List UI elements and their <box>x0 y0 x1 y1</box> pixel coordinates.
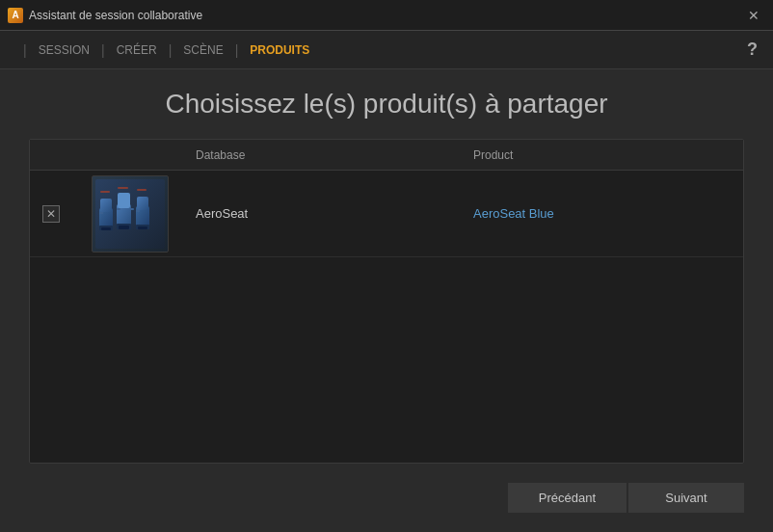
app-icon: A <box>8 8 23 23</box>
title-bar-text: Assistant de session collaborative <box>29 9 202 22</box>
product-table: Database Product ✕ <box>29 139 744 464</box>
row-database: AeroSeat <box>188 206 466 221</box>
close-button[interactable]: ✕ <box>742 4 765 27</box>
row-thumbnail-cell <box>72 172 188 256</box>
nav-item-scene[interactable]: SCÈNE <box>179 43 227 57</box>
nav-sep-2: | <box>169 42 173 58</box>
svg-rect-6 <box>118 193 130 208</box>
svg-rect-13 <box>99 212 103 214</box>
nav-item-produits[interactable]: PRODUITS <box>246 43 313 57</box>
svg-rect-10 <box>137 197 148 210</box>
nav-bar: | SESSION | CRÉER | SCÈNE | PRODUITS ? <box>0 31 773 69</box>
svg-rect-15 <box>130 208 134 210</box>
svg-rect-8 <box>119 226 129 229</box>
nav-sep-1: | <box>101 42 105 58</box>
nav-sep-3: | <box>235 42 239 58</box>
title-bar-left: A Assistant de session collaborative <box>8 8 202 23</box>
col-header-product: Product <box>466 148 743 162</box>
help-button[interactable]: ? <box>747 40 758 60</box>
svg-rect-18 <box>118 187 128 189</box>
row-checkbox-cell: ✕ <box>30 205 72 223</box>
svg-rect-12 <box>138 226 147 229</box>
previous-button[interactable]: Précédant <box>508 483 626 513</box>
table-header: Database Product <box>30 140 743 171</box>
seats-svg <box>95 179 165 249</box>
svg-rect-2 <box>100 199 112 212</box>
product-thumbnail <box>92 175 169 253</box>
main-content: Choisissez le(s) produit(s) à partager D… <box>0 69 773 532</box>
button-row: Précédant Suivant <box>29 483 744 513</box>
svg-rect-4 <box>101 227 111 230</box>
table-row: ✕ <box>30 171 743 257</box>
nav-item-creer[interactable]: CRÉER <box>113 43 161 57</box>
svg-rect-19 <box>137 189 147 191</box>
col-header-database: Database <box>188 148 466 162</box>
svg-rect-16 <box>136 210 140 212</box>
svg-rect-14 <box>117 208 120 210</box>
next-button[interactable]: Suivant <box>628 483 744 513</box>
page-title: Choisissez le(s) produit(s) à partager <box>29 89 744 120</box>
nav-item-session[interactable]: SESSION <box>35 43 93 57</box>
nav-sep-0: | <box>23 42 27 58</box>
row-product: AeroSeat Blue <box>466 206 743 221</box>
title-bar: A Assistant de session collaborative ✕ <box>0 0 773 31</box>
row-checkbox[interactable]: ✕ <box>42 205 60 223</box>
svg-rect-17 <box>100 191 110 193</box>
